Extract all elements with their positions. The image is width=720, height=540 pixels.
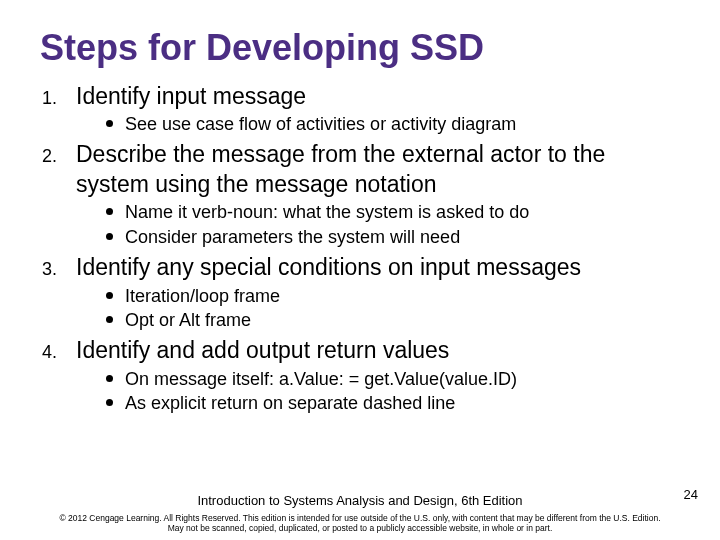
sub-text: Consider parameters the system will need [125,226,680,249]
sub-list: On message itself: a.Value: = get.Value(… [76,368,680,416]
step-text: Identify input message [76,82,680,111]
step-2: 2. Describe the message from the externa… [40,140,680,253]
sub-text: See use case flow of activities or activ… [125,113,680,136]
step-4: 4. Identify and add output return values… [40,336,680,419]
sub-item: Iteration/loop frame [106,285,680,308]
footer-text: Introduction to Systems Analysis and Des… [0,493,720,508]
sub-list: Name it verb-noun: what the system is as… [76,201,680,249]
sub-item: Consider parameters the system will need [106,226,680,249]
copyright-line1: © 2012 Cengage Learning. All Rights Rese… [0,513,720,524]
sub-text: As explicit return on separate dashed li… [125,392,680,415]
sub-item: On message itself: a.Value: = get.Value(… [106,368,680,391]
copyright: © 2012 Cengage Learning. All Rights Rese… [0,513,720,534]
sub-item: As explicit return on separate dashed li… [106,392,680,415]
slide: Steps for Developing SSD 1. Identify inp… [0,0,720,540]
bullet-icon [106,120,113,127]
bullet-icon [106,208,113,215]
step-number: 4. [40,336,76,419]
copyright-line2: May not be scanned, copied, duplicated, … [0,523,720,534]
step-3: 3. Identify any special conditions on in… [40,253,680,336]
step-1: 1. Identify input message See use case f… [40,82,680,141]
sub-item: See use case flow of activities or activ… [106,113,680,136]
step-number: 2. [40,140,76,253]
step-text: Identify any special conditions on input… [76,253,680,282]
step-list: 1. Identify input message See use case f… [40,82,680,420]
step-number: 3. [40,253,76,336]
bullet-icon [106,292,113,299]
sub-item: Name it verb-noun: what the system is as… [106,201,680,224]
sub-text: Opt or Alt frame [125,309,680,332]
step-text: Describe the message from the external a… [76,140,680,199]
bullet-icon [106,316,113,323]
step-number: 1. [40,82,76,141]
sub-text: Name it verb-noun: what the system is as… [125,201,680,224]
slide-title: Steps for Developing SSD [40,28,680,68]
bullet-icon [106,375,113,382]
sub-item: Opt or Alt frame [106,309,680,332]
sub-text: Iteration/loop frame [125,285,680,308]
step-text: Identify and add output return values [76,336,680,365]
sub-list: See use case flow of activities or activ… [76,113,680,136]
bullet-icon [106,399,113,406]
sub-text: On message itself: a.Value: = get.Value(… [125,368,680,391]
bullet-icon [106,233,113,240]
slide-content: 1. Identify input message See use case f… [40,82,680,420]
sub-list: Iteration/loop frame Opt or Alt frame [76,285,680,333]
